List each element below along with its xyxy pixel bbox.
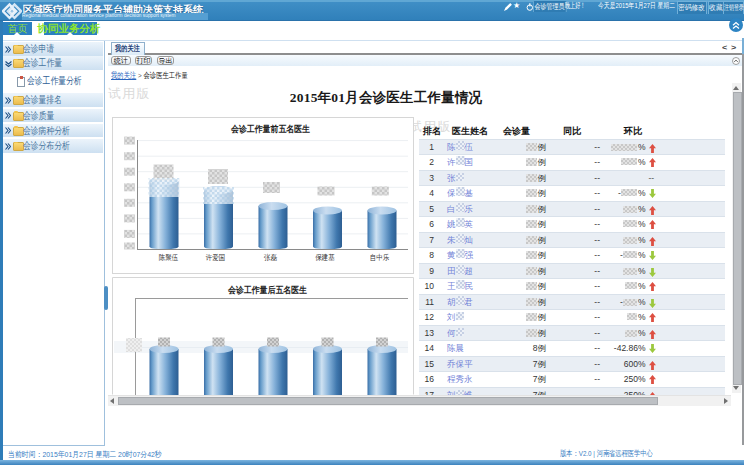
svg-text:会诊工作量后五名医生: 会诊工作量后五名医生: [227, 285, 307, 295]
svg-text:保建基: 保建基: [315, 253, 335, 262]
svg-text:会诊工作量前五名医生: 会诊工作量前五名医生: [230, 124, 310, 134]
svg-text:自中乐: 自中乐: [370, 253, 390, 262]
svg-text:许爱国: 许爱国: [206, 253, 226, 262]
svg-text:张磊: 张磊: [264, 253, 278, 262]
svg-text:陈聚伍: 陈聚伍: [159, 253, 179, 262]
